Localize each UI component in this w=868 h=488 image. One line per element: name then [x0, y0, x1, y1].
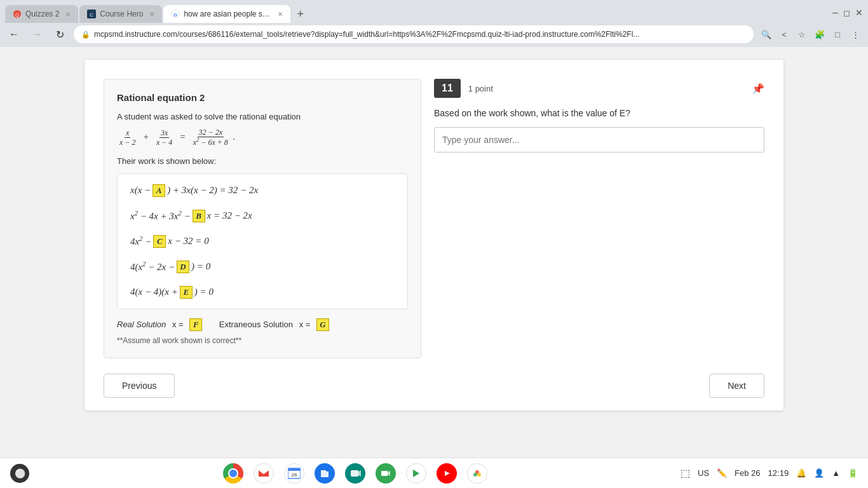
chrome-taskbar-icon[interactable] [223, 463, 243, 484]
account-icon[interactable]: 👤 [814, 468, 824, 478]
real-solution-label: Real Solution [117, 320, 166, 329]
battery-icon[interactable]: 🔋 [848, 468, 858, 478]
svg-text:Q: Q [15, 12, 19, 18]
photos-taskbar-icon[interactable] [467, 463, 487, 484]
tab-quizzes2[interactable]: Q Quizzes 2 ✕ [5, 5, 78, 23]
svg-marker-15 [445, 471, 450, 476]
videocall-taskbar-icon[interactable] [376, 463, 396, 484]
forward-button[interactable]: → [28, 25, 46, 43]
notification-icon[interactable]: 🔔 [796, 468, 806, 478]
url-text: mcpsmd.instructure.com/courses/686116/ex… [94, 30, 639, 39]
svg-marker-14 [413, 470, 419, 477]
gmail-taskbar-icon[interactable] [254, 463, 274, 484]
svg-rect-10 [351, 470, 358, 477]
solutions-line: Real Solution x = F Extraneous Solution … [117, 318, 408, 331]
url-action-icons: 🔍 < ☆ 🧩 □ ⋮ [759, 27, 863, 42]
search-icon[interactable]: 🔍 [759, 27, 774, 42]
tab-google[interactable]: G how are asian people so clean - ✕ [163, 5, 290, 23]
meet-taskbar-icon[interactable] [345, 463, 365, 484]
step-1: x(x − A ) + 3x(x − 2) = 32 − 2x [130, 184, 395, 197]
fraction-3: 32 − 2x x2 − 6x + 8 [192, 128, 229, 147]
tab-google-close[interactable]: ✕ [278, 11, 283, 18]
highlight-A: A [153, 184, 165, 197]
work-box: x(x − A ) + 3x(x − 2) = 32 − 2x x2 − 4x … [117, 173, 408, 309]
question-panel: Rational equation 2 A student was asked … [104, 79, 421, 358]
eq-frac1: x x − 2 [117, 128, 138, 147]
question-number: 11 [434, 79, 461, 98]
tab-window-controls: – ◻ ✕ [832, 7, 863, 21]
profile-icon[interactable]: □ [830, 27, 845, 42]
highlight-G: G [316, 318, 329, 331]
tab-coursehero-close[interactable]: ✕ [149, 11, 154, 18]
svg-point-18 [473, 473, 477, 477]
highlight-C: C [153, 235, 166, 248]
playstore-taskbar-icon[interactable] [406, 463, 426, 484]
taskbar-right: ⬚ US ✏️ Feb 26 12:19 🔔 👤 ▲ 🔋 [681, 467, 858, 479]
google-icon: G [171, 10, 180, 18]
tab-bar: Q Quizzes 2 ✕ C Course Hero ✕ G how are … [0, 0, 868, 23]
tab-quizzes2-close[interactable]: ✕ [65, 11, 71, 18]
files-taskbar-icon[interactable] [315, 463, 335, 484]
taskbar-center: 26 [29, 463, 681, 484]
new-tab-button[interactable]: + [292, 5, 309, 23]
quiz-layout: Rational equation 2 A student was asked … [104, 79, 764, 358]
screen-capture-icon[interactable]: ⬚ [681, 467, 690, 479]
browser-chrome: Q Quizzes 2 ✕ C Course Hero ✕ G how are … [0, 0, 868, 47]
close-button[interactable]: ✕ [855, 8, 863, 18]
tab-quizzes2-label: Quizzes 2 [25, 10, 59, 18]
taskbar-left: ⚪ [10, 464, 29, 483]
bookmark-icon[interactable]: ☆ [794, 27, 810, 42]
next-button[interactable]: Next [709, 374, 764, 398]
coursehero-icon: C [87, 10, 96, 18]
question-header: 11 1 point 📌 [434, 79, 764, 98]
highlight-F: F [189, 318, 202, 331]
tab-coursehero[interactable]: C Course Hero ✕ [79, 5, 162, 23]
refresh-button[interactable]: ↻ [51, 25, 69, 43]
extraneous-label: Extraneous Solution [219, 320, 293, 329]
equation-display: x x − 2 + 3x x − 4 = 32 − 2x x2 − 6x + 8 [117, 128, 408, 147]
fraction-2: 3x x − 4 [155, 128, 173, 147]
lock-icon: 🔒 [81, 30, 90, 39]
step-5: 4(x − 4)(x + E ) = 0 [130, 286, 395, 299]
work-shown-label: Their work is shown below: [117, 156, 408, 166]
quiz-container: Rational equation 2 A student was asked … [85, 60, 783, 410]
svg-text:26: 26 [291, 472, 297, 478]
extension-icon[interactable]: 🧩 [812, 27, 827, 42]
taskbar: ⚪ 26 [0, 458, 868, 488]
highlight-D: D [177, 261, 189, 273]
svg-rect-8 [288, 468, 301, 471]
previous-button[interactable]: Previous [104, 374, 175, 398]
pin-icon[interactable]: 📌 [752, 83, 764, 95]
page-content: Rational equation 2 A student was asked … [0, 47, 868, 458]
question-text: Based on the work shown, what is the val… [434, 108, 764, 118]
wifi-icon[interactable]: ▲ [832, 468, 840, 478]
date-label: Feb 26 [735, 468, 760, 478]
step-3: 4x2 − C x − 32 = 0 [130, 235, 395, 248]
svg-marker-12 [381, 471, 388, 476]
restore-button[interactable]: ◻ [843, 8, 850, 18]
back-button[interactable]: ← [5, 25, 23, 43]
share-icon[interactable]: < [776, 27, 792, 42]
nav-buttons: Previous Next [104, 374, 764, 398]
address-bar: ← → ↻ 🔒 mcpsmd.instructure.com/courses/6… [0, 23, 868, 47]
step-2: x2 − 4x + 3x2 − B x = 32 − 2x [130, 210, 395, 222]
answer-panel: 11 1 point 📌 Based on the work shown, wh… [434, 79, 764, 358]
fraction-1: x x − 2 [118, 128, 137, 147]
quiz-icon: Q [13, 10, 22, 18]
time-label: 12:19 [768, 468, 789, 478]
power-icon: ⚪ [10, 464, 29, 483]
tab-google-label: how are asian people so clean - [184, 10, 271, 18]
svg-marker-13 [388, 471, 390, 476]
answer-input[interactable] [434, 127, 764, 152]
url-bar[interactable]: 🔒 mcpsmd.instructure.com/courses/686116/… [74, 25, 754, 43]
pen-icon[interactable]: ✏️ [717, 468, 727, 478]
calendar-taskbar-icon[interactable]: 26 [284, 463, 304, 484]
menu-icon[interactable]: ⋮ [848, 27, 863, 42]
svg-text:G: G [173, 12, 177, 18]
assume-note: **Assume all work shown is correct** [117, 336, 408, 345]
locale-label: US [698, 468, 709, 478]
minimize-button[interactable]: – [832, 7, 838, 18]
youtube-taskbar-icon[interactable] [437, 463, 457, 484]
section-title: Rational equation 2 [117, 92, 408, 103]
svg-marker-11 [358, 470, 361, 477]
